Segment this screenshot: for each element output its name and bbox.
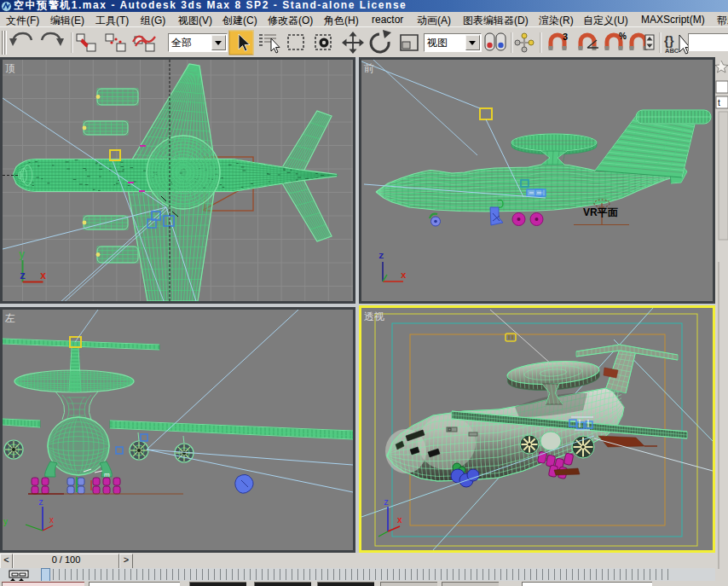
- svg-text:x: x: [401, 270, 407, 281]
- svg-text:z: z: [384, 498, 389, 508]
- svg-text:3: 3: [563, 32, 568, 42]
- svg-text:%: %: [619, 32, 627, 41]
- svg-text:x: x: [40, 270, 46, 282]
- svg-text:VR平面: VR平面: [583, 206, 618, 218]
- svg-text:z: z: [38, 498, 43, 508]
- svg-text:y: y: [3, 517, 8, 526]
- svg-text:m: m: [104, 471, 110, 479]
- svg-text:z: z: [378, 251, 384, 261]
- svg-text:x: x: [397, 515, 402, 525]
- svg-text:{}: {}: [664, 33, 674, 48]
- svg-text:t: t: [718, 98, 720, 107]
- svg-text:x: x: [49, 515, 54, 525]
- svg-text:z: z: [20, 270, 26, 282]
- svg-text:y: y: [19, 249, 25, 261]
- svg-text:ABC: ABC: [665, 47, 679, 55]
